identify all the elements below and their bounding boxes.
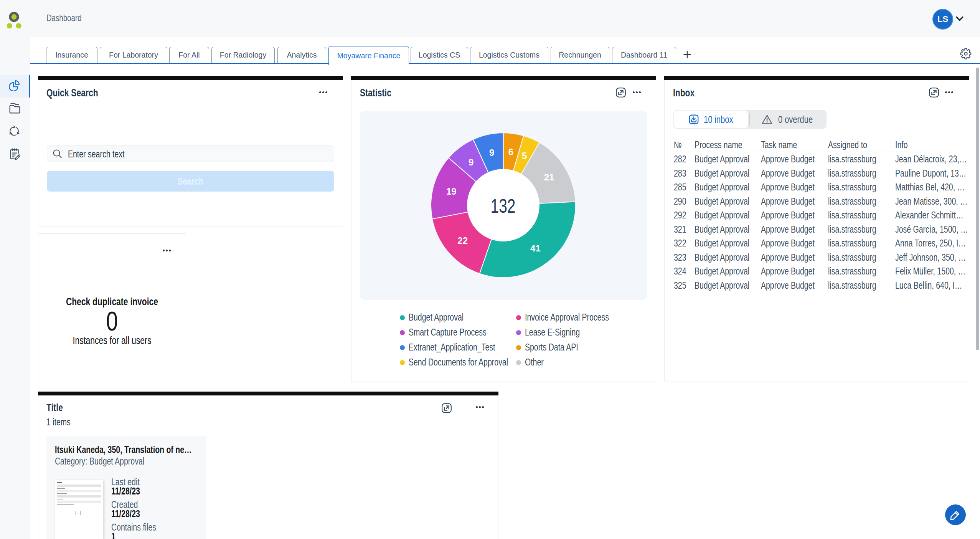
svg-text:9: 9	[469, 157, 474, 167]
svg-text:6: 6	[508, 147, 513, 157]
svg-text:41: 41	[530, 243, 541, 253]
svg-text:19: 19	[446, 186, 457, 197]
svg-text:9: 9	[489, 147, 494, 158]
svg-text:21: 21	[544, 172, 554, 182]
svg-text:5: 5	[522, 150, 527, 161]
svg-text:22: 22	[457, 235, 468, 246]
